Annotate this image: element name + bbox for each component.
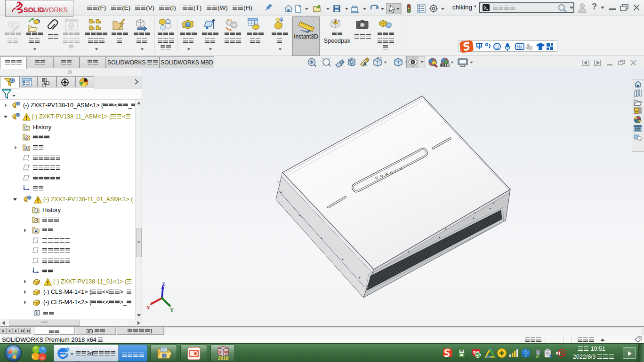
- svg-text:Z: Z: [162, 282, 165, 287]
- svg-text:X: X: [146, 305, 150, 310]
- svg-text:SOLID: SOLID: [24, 6, 44, 14]
- svg-text:S: S: [218, 350, 221, 354]
- svg-text:Y: Y: [170, 307, 174, 313]
- svg-text:W: W: [224, 350, 228, 354]
- svg-text:A: A: [363, 61, 367, 67]
- svg-text:WORKS: WORKS: [42, 6, 68, 14]
- svg-text:2018: 2018: [218, 356, 229, 361]
